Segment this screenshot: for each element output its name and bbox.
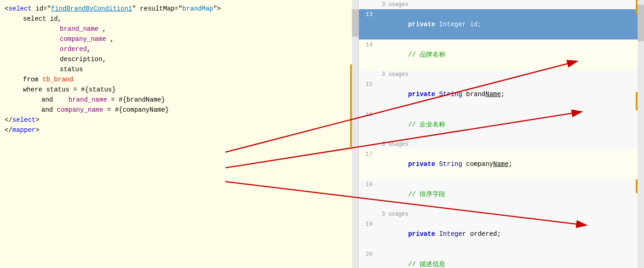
code-line-6: description, [0,54,358,64]
line-number-14: 14 [359,40,377,50]
code-line-4: company_name , [0,34,358,44]
right-line-18: 18 // 排序字段 [359,179,644,210]
line-number-15: 15 [359,80,377,90]
code-line-10: and brand_name = #{brandName} [0,95,358,105]
right-scrollbar[interactable] [638,0,644,268]
right-line-17: 17 private String companyName; [359,149,644,179]
right-line-16: 16 // 企业名称 [359,109,644,140]
code-line-13: </mapper> [0,125,358,135]
line-content-18: // 排序字段 [377,179,644,210]
line-number-16: 16 [359,110,377,120]
line-content-15: private String brandName; [377,79,644,109]
usage-line-top: 3 usages [359,0,644,9]
code-line-7: status [0,64,358,74]
left-scroll-thumb[interactable] [352,9,358,37]
right-code-panel: 3 usages 13 private Integer id; 14 // 品牌… [359,0,644,268]
code-line-5: ordered, [0,44,358,54]
main-container: <select id="findBrandByCondition1" resul… [0,0,644,268]
code-line-11: and company_name = #{companyName} [0,105,358,115]
line-number-17: 17 [359,149,377,160]
line-content-13: private Integer id; [377,9,644,40]
right-line-14: 14 // 品牌名称 [359,40,644,70]
usage-line-2: 3 usages [359,70,644,79]
usage-line-4: 3 usages [359,210,644,219]
line-content-16: // 企业名称 [377,109,644,140]
right-line-13: 13 private Integer id; [359,9,644,40]
left-code-panel: <select id="findBrandByCondition1" resul… [0,0,359,268]
code-line-9: where status = #{status} [0,85,358,95]
code-line-2: select id, [0,14,358,24]
line-content-14: // 品牌名称 [377,40,644,70]
line-content-17: private String companyName; [377,149,644,179]
left-scrollbar[interactable] [352,0,358,268]
right-line-20: 20 // 描述信息 [359,249,644,268]
code-line-12: </select> [0,115,358,125]
right-scroll-thumb[interactable] [638,5,644,41]
right-line-19: 19 private Integer ordered; [359,219,644,249]
line-number-20: 20 [359,250,377,260]
line-number-13: 13 [359,10,377,20]
usage-line-3: 3 usages [359,140,644,149]
line-content-20: // 描述信息 [377,249,644,268]
code-line-1: <select id="findBrandByCondition1" resul… [0,4,358,14]
code-line-3: brand_name , [0,24,358,34]
code-line-8: from tb_brand [0,74,358,85]
line-number-19: 19 [359,219,377,229]
right-line-15: 15 private String brandName; [359,79,644,109]
line-content-19: private Integer ordered; [377,219,644,249]
line-number-18: 18 [359,180,377,190]
